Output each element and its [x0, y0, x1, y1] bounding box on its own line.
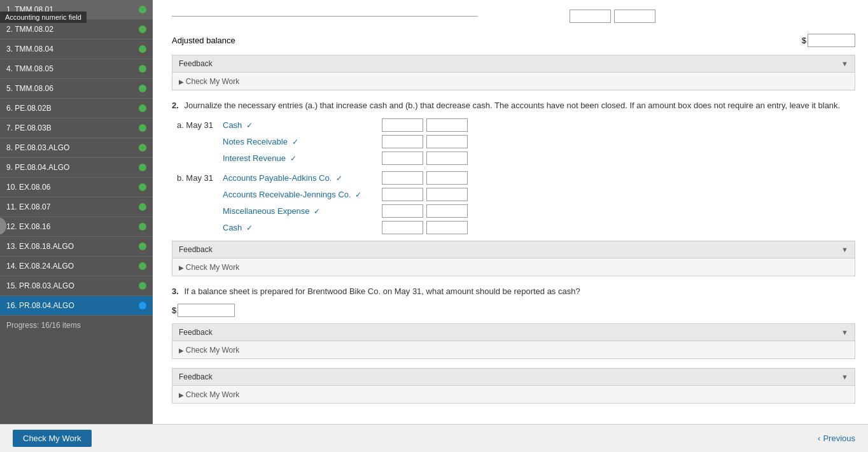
question-3: 3. If a balance sheet is prepared for Br… — [172, 285, 855, 318]
tooltip: Accounting numeric field — [0, 11, 87, 23]
feedback-chevron-3: ▼ — [841, 328, 848, 336]
feedback-body-2: Check My Work — [172, 258, 855, 276]
adjusted-balance-row — [172, 6, 855, 23]
sidebar-item-status-dot — [139, 282, 146, 290]
cash-a-credit[interactable] — [426, 118, 468, 132]
sidebar-item-status-dot — [139, 85, 146, 92]
checkmark-interest: ✓ — [290, 154, 297, 163]
feedback-header-3: Feedback ▼ — [172, 324, 855, 341]
feedback-chevron-1: ▼ — [841, 60, 848, 67]
sidebar-item-TMM.08.04[interactable]: 3. TMM.08.04 — [0, 39, 153, 59]
sidebar-item-PE.08.03.ALGO[interactable]: 8. PE.08.03.ALGO — [0, 138, 153, 158]
ap-debit[interactable] — [382, 171, 423, 185]
check-my-work-link-1[interactable]: Check My Work — [179, 77, 239, 86]
sidebar-item-EX.08.18.ALGO[interactable]: 13. EX.08.18.ALGO — [0, 237, 153, 257]
sidebar-item-PR.08.04.ALGO[interactable]: 16. PR.08.04.ALGO — [0, 296, 153, 316]
sidebar-item-status-dot — [139, 6, 146, 13]
sidebar-item-TMM.08.06[interactable]: 5. TMM.08.06 — [0, 79, 153, 99]
sidebar-item-PE.08.03B[interactable]: 7. PE.08.03B — [0, 118, 153, 138]
sidebar-item-status-dot — [139, 104, 146, 112]
check-my-work-link-4[interactable]: Check My Work — [179, 390, 239, 399]
ar-credit[interactable] — [426, 188, 468, 201]
sidebar-item-EX.08.16[interactable]: 12. EX.08.16 — [0, 217, 153, 237]
misc-debit[interactable] — [382, 204, 423, 218]
sidebar-item-EX.08.06[interactable]: 10. EX.08.06 — [0, 178, 153, 197]
feedback-body-4: Check My Work — [172, 386, 855, 403]
interest-revenue-credit[interactable] — [426, 152, 468, 165]
sidebar-item-status-dot — [139, 262, 146, 270]
journal-row-cash-b: Cash ✓ — [172, 221, 855, 234]
adjusted-credit-input[interactable] — [614, 10, 655, 23]
date-label-a: a. May 31 — [172, 120, 223, 130]
feedback-chevron-4: ▼ — [841, 373, 848, 381]
notes-receivable-credit[interactable] — [426, 135, 468, 148]
adjusted-balance-input[interactable] — [808, 34, 855, 47]
check-my-work-link-3[interactable]: Check My Work — [179, 346, 239, 355]
sidebar-item-PE.08.04.ALGO[interactable]: 9. PE.08.04.ALGO — [0, 158, 153, 178]
question-2-body: Journalize the necessary entries (a.) th… — [184, 101, 840, 110]
checkmark-cash-b: ✓ — [246, 223, 253, 232]
account-link-misc-expense[interactable]: Miscellaneous Expense ✓ — [223, 206, 375, 216]
sidebar-item-label: 16. PR.08.04.ALGO — [6, 301, 74, 310]
question-3-body: If a balance sheet is prepared for Brent… — [184, 286, 580, 296]
ar-debit[interactable] — [382, 188, 423, 201]
main-content: Adjusted balance $ Feedback ▼ Check My W… — [153, 0, 868, 452]
journal-row-accounts-receivable: Accounts Receivable-Jennings Co. ✓ — [172, 188, 855, 201]
checkmark-notes: ✓ — [292, 138, 298, 146]
sidebar-item-PE.08.02B[interactable]: 6. PE.08.02B — [0, 99, 153, 118]
feedback-body-3: Check My Work — [172, 341, 855, 358]
cash-a-debit[interactable] — [382, 118, 423, 132]
sidebar-item-label: 9. PE.08.04.ALGO — [6, 163, 69, 172]
cash-b-debit[interactable] — [382, 221, 423, 234]
check-my-work-link-2[interactable]: Check My Work — [179, 263, 239, 272]
sidebar-item-label: 2. TMM.08.02 — [6, 25, 53, 34]
date-label-b: b. May 31 — [172, 173, 223, 183]
question-3-num: 3. — [172, 286, 179, 296]
sidebar-item-label: 12. EX.08.16 — [6, 222, 50, 231]
sidebar-item-EX.08.07[interactable]: 11. EX.08.07 — [0, 197, 153, 217]
sidebar-item-status-dot — [139, 65, 146, 73]
feedback-label-1: Feedback — [179, 59, 213, 68]
sidebar-item-label: 6. PE.08.02B — [6, 104, 52, 113]
previous-button[interactable]: ‹ Previous — [818, 434, 855, 443]
checkmark-cash-a: ✓ — [246, 121, 253, 130]
check-my-work-button[interactable]: Check My Work — [13, 430, 92, 447]
sidebar-item-TMM.08.05[interactable]: 4. TMM.08.05 — [0, 59, 153, 79]
balance-sheet-cash-input[interactable] — [178, 304, 235, 317]
sidebar-item-EX.08.24.ALGO[interactable]: 14. EX.08.24.ALGO — [0, 257, 153, 276]
account-link-notes-receivable[interactable]: Notes Receivable ✓ — [223, 137, 375, 146]
chevron-left-icon: ‹ — [818, 434, 820, 443]
account-link-interest-revenue[interactable]: Interest Revenue ✓ — [223, 153, 375, 163]
journal-row-notes-receivable: Notes Receivable ✓ — [172, 135, 855, 148]
sidebar-item-status-dot — [139, 124, 146, 132]
feedback-section-1: Feedback ▼ Check My Work — [172, 55, 855, 90]
sidebar-item-status-dot — [139, 203, 146, 211]
feedback-section-4: Feedback ▼ Check My Work — [172, 368, 855, 404]
sidebar-item-label: 13. EX.08.18.ALGO — [6, 242, 74, 251]
sidebar-item-status-dot — [139, 25, 146, 33]
adjusted-balance-label-row: Adjusted balance $ — [172, 31, 855, 47]
sidebar-item-label: 8. PE.08.03.ALGO — [6, 143, 69, 152]
journal-row-accounts-payable: b. May 31 Accounts Payable-Adkins Co. ✓ — [172, 171, 855, 185]
journal-row-misc-expense: Miscellaneous Expense ✓ — [172, 204, 855, 218]
dollar-sign: $ — [802, 36, 806, 45]
misc-credit[interactable] — [426, 204, 468, 218]
account-link-accounts-payable[interactable]: Accounts Payable-Adkins Co. ✓ — [223, 173, 375, 183]
notes-receivable-debit[interactable] — [382, 135, 423, 148]
cash-b-credit[interactable] — [426, 221, 468, 234]
sidebar-item-label: 14. EX.08.24.ALGO — [6, 262, 74, 271]
adjusted-debit-input[interactable] — [570, 10, 611, 23]
account-link-cash-b[interactable]: Cash ✓ — [223, 223, 375, 232]
balance-input-row: $ — [172, 304, 855, 317]
sidebar-item-label: 10. EX.08.06 — [6, 183, 50, 192]
account-link-cash-a[interactable]: Cash ✓ — [223, 120, 375, 130]
feedback-header-4: Feedback ▼ — [172, 369, 855, 386]
interest-revenue-debit[interactable] — [382, 152, 423, 165]
journal-section-b: b. May 31 Accounts Payable-Adkins Co. ✓ … — [172, 171, 855, 234]
ap-credit[interactable] — [426, 171, 468, 185]
feedback-label-3: Feedback — [179, 328, 213, 337]
journal-section-a: a. May 31 Cash ✓ Notes Receivable ✓ — [172, 118, 855, 165]
sidebar-item-PR.08.03.ALGO[interactable]: 15. PR.08.03.ALGO — [0, 276, 153, 296]
sidebar-item-label: 11. EX.08.07 — [6, 202, 50, 211]
account-link-accounts-receivable[interactable]: Accounts Receivable-Jennings Co. ✓ — [223, 190, 375, 199]
